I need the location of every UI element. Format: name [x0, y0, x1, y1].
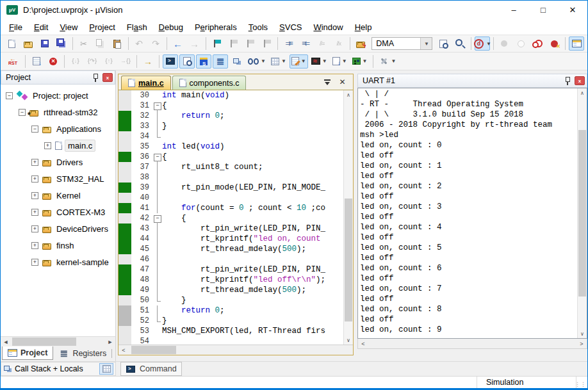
code-line-44[interactable]: 44 rt_kprintf("led on, count	[118, 234, 343, 244]
tree-item-kernel[interactable]: +Kernel	[1, 187, 115, 204]
debug-settings-button[interactable]: ▼	[377, 54, 398, 69]
line-number[interactable]: 32	[131, 111, 153, 120]
editor-vscrollbar[interactable]: ∧ ∨	[343, 90, 353, 345]
highlight-word-button[interactable]: ▼	[475, 37, 490, 51]
line-number[interactable]: 49	[131, 286, 153, 295]
uncomment-button[interactable]	[331, 37, 347, 51]
expand-icon[interactable]: +	[31, 225, 38, 232]
code-line-35[interactable]: 35int led(void)	[118, 142, 343, 152]
tree-item-devicedrivers[interactable]: +DeviceDrivers	[1, 220, 115, 237]
line-number[interactable]: 39	[131, 183, 153, 192]
step-out-button[interactable]	[101, 54, 117, 69]
code-line-45[interactable]: 45 rt_thread_mdelay(500);	[118, 244, 343, 254]
line-number[interactable]: 34	[131, 132, 153, 141]
bookmark-next-button[interactable]	[242, 37, 257, 51]
code-line-38[interactable]: 38	[118, 172, 343, 183]
line-number[interactable]: 41	[131, 204, 153, 213]
document-list-icon[interactable]	[324, 79, 331, 85]
line-number[interactable]: 48	[131, 275, 153, 284]
menu-help[interactable]: Help	[349, 20, 378, 34]
code-line-32[interactable]: 32 return 0;	[118, 111, 343, 121]
menu-project[interactable]: Project	[83, 20, 120, 34]
resize-grip[interactable]: ⋮⋮	[576, 377, 587, 388]
code-line-30[interactable]: 30int main(void)	[118, 90, 343, 101]
cut-button[interactable]	[76, 37, 92, 51]
chevron-down-icon[interactable]: ▼	[322, 58, 327, 64]
bookmark-previous-button[interactable]	[225, 37, 241, 51]
scroll-left-icon[interactable]: ◄	[1, 339, 11, 345]
registers-window-button[interactable]	[213, 54, 228, 69]
tree-item-drivers[interactable]: +Drivers	[1, 154, 115, 170]
scroll-up-icon[interactable]: ∧	[580, 88, 584, 97]
code-line-52[interactable]: 52}	[118, 316, 343, 326]
save-button[interactable]	[37, 37, 53, 51]
uart-output[interactable]: \ | /- RT - Thread Operating System / | …	[358, 88, 577, 338]
collapse-icon[interactable]: −	[31, 126, 38, 133]
chevron-down-icon[interactable]: ▼	[486, 41, 491, 47]
chevron-down-icon[interactable]: ▼	[342, 58, 347, 64]
find-button[interactable]	[452, 37, 468, 51]
project-window-toggle-button[interactable]	[569, 37, 584, 51]
line-number[interactable]: 45	[131, 245, 153, 254]
code-line-39[interactable]: 39 rt_pin_mode(LED_PIN, PIN_MODE_	[118, 183, 343, 193]
code-line-34[interactable]: 34	[118, 131, 343, 142]
chevron-down-icon[interactable]: ▼	[391, 58, 396, 64]
tab-project[interactable]: Project	[2, 346, 53, 360]
chevron-down-icon[interactable]: ▼	[301, 58, 306, 64]
serial-window-button[interactable]: ▼	[290, 54, 308, 69]
call-stack-bar[interactable]: Call Stack + Locals	[1, 362, 116, 376]
editor-close-icon[interactable]	[337, 77, 348, 87]
navigate-back-button[interactable]	[170, 37, 186, 51]
code-view[interactable]: 30int main(void)31{32 return 0;33}3435in…	[118, 90, 353, 345]
scroll-left-icon[interactable]: <	[358, 341, 368, 347]
target-select-combobox[interactable]: DMA▼	[372, 37, 432, 50]
menu-tools[interactable]: Tools	[243, 20, 274, 34]
expand-icon[interactable]: +	[31, 209, 38, 216]
code-line-41[interactable]: 41 for(count = 0 ; count < 10 ;co	[118, 203, 343, 213]
navigate-forward-button[interactable]	[187, 37, 202, 51]
code-line-42[interactable]: 42 {	[118, 213, 343, 223]
line-number[interactable]: 43	[131, 224, 153, 233]
step-over-button[interactable]	[85, 54, 100, 69]
chevron-down-icon[interactable]: ▼	[420, 38, 432, 49]
expand-icon[interactable]: +	[31, 259, 38, 266]
fold-collapse-icon[interactable]	[153, 101, 162, 111]
open-file-button[interactable]	[20, 37, 36, 51]
expand-icon[interactable]: +	[31, 175, 38, 183]
line-number[interactable]: 38	[131, 173, 153, 182]
editor-hscrollbar[interactable]: <	[118, 345, 353, 355]
uart-panel-close-icon[interactable]: x	[575, 76, 585, 85]
fold-collapse-icon[interactable]	[153, 213, 162, 223]
line-number[interactable]: 51	[131, 306, 153, 315]
analysis-window-button[interactable]: ▼	[309, 54, 329, 69]
menu-edit[interactable]: Edit	[28, 20, 54, 34]
code-line-46[interactable]: 46	[118, 254, 343, 264]
code-line-43[interactable]: 43 rt_pin_write(LED_PIN, PIN_	[118, 223, 343, 234]
disassembly-window-button[interactable]	[179, 54, 195, 69]
project-panel-close-icon[interactable]: x	[102, 73, 113, 82]
breakpoint-toggle-button[interactable]	[496, 37, 512, 51]
menu-peripherals[interactable]: Peripherals	[189, 20, 243, 34]
code-line-49[interactable]: 49 rt_thread_mdelay(500);	[118, 285, 343, 295]
watch-window-button[interactable]: ▼	[246, 54, 268, 69]
code-line-54[interactable]: 54	[118, 336, 343, 345]
copy-button[interactable]	[93, 37, 108, 51]
toolbox-window-button[interactable]: ▼	[350, 54, 370, 69]
tree-item-rtthread-stm32[interactable]: −rtthread-stm32	[1, 104, 115, 120]
breakpoint-enable-disable-button[interactable]	[513, 37, 528, 51]
expand-icon[interactable]: +	[31, 159, 38, 166]
tab-registers[interactable]: Registers	[53, 346, 111, 360]
new-file-button[interactable]	[4, 37, 19, 51]
run-to-cursor-button[interactable]	[118, 54, 133, 69]
menu-debug[interactable]: Debug	[153, 20, 189, 34]
line-number[interactable]: 47	[131, 265, 153, 274]
reset-cpu-button[interactable]	[4, 54, 22, 69]
indent-button[interactable]	[281, 37, 297, 51]
tab-components-c[interactable]: components.c	[172, 76, 247, 90]
tree-item-finsh[interactable]: +finsh	[1, 237, 115, 254]
tab-main-c[interactable]: main.c	[121, 76, 171, 90]
scroll-right-icon[interactable]: >	[576, 341, 587, 347]
line-number[interactable]: 50	[131, 296, 153, 305]
pin-icon[interactable]	[564, 77, 571, 85]
code-line-47[interactable]: 47 rt_pin_write(LED_PIN, PIN_	[118, 264, 343, 275]
